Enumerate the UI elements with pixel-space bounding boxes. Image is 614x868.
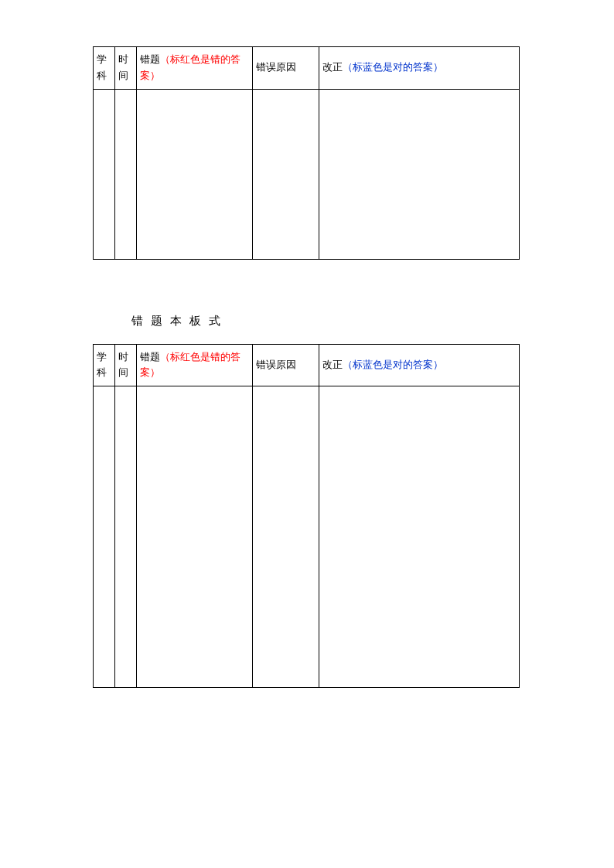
header-wrong: 错题（标红色是错的答案） — [137, 344, 253, 386]
table-header-row: 学科 时间 错题（标红色是错的答案） 错误原因 改正（标蓝色是对的答案） — [94, 47, 520, 90]
cell-wrong — [137, 89, 253, 259]
header-wrong-prefix: 错题 — [140, 351, 160, 363]
error-table-2: 学科 时间 错题（标红色是错的答案） 错误原因 改正（标蓝色是对的答案） — [93, 344, 520, 689]
header-correct-blue-note: （标蓝色是对的答案） — [343, 359, 443, 370]
header-correct-blue-note: （标蓝色是对的答案） — [343, 61, 443, 73]
header-subject: 学科 — [94, 47, 115, 90]
table-row — [94, 89, 520, 259]
header-reason: 错误原因 — [253, 344, 319, 386]
cell-time — [115, 386, 137, 688]
header-subject: 学科 — [94, 344, 115, 386]
cell-wrong — [137, 386, 253, 688]
cell-correct — [319, 89, 520, 259]
error-table-1: 学科 时间 错题（标红色是错的答案） 错误原因 改正（标蓝色是对的答案） — [93, 46, 520, 260]
header-correct: 改正（标蓝色是对的答案） — [319, 47, 520, 90]
section-title: 错题本板式 — [131, 314, 521, 328]
header-wrong-prefix: 错题 — [140, 53, 160, 65]
header-correct: 改正（标蓝色是对的答案） — [319, 344, 520, 386]
table-row — [94, 386, 520, 688]
cell-subject — [94, 89, 115, 259]
cell-reason — [253, 386, 319, 688]
header-wrong: 错题（标红色是错的答案） — [137, 47, 253, 90]
cell-correct — [319, 386, 520, 688]
header-correct-prefix: 改正 — [322, 61, 343, 73]
header-time: 时间 — [115, 344, 137, 386]
cell-subject — [94, 386, 115, 688]
table-header-row: 学科 时间 错题（标红色是错的答案） 错误原因 改正（标蓝色是对的答案） — [94, 344, 520, 386]
header-correct-prefix: 改正 — [322, 359, 343, 370]
header-reason: 错误原因 — [253, 47, 319, 90]
document-page: 学科 时间 错题（标红色是错的答案） 错误原因 改正（标蓝色是对的答案） 错题本… — [0, 0, 614, 688]
cell-reason — [253, 89, 319, 259]
header-time: 时间 — [115, 47, 137, 90]
cell-time — [115, 89, 137, 259]
